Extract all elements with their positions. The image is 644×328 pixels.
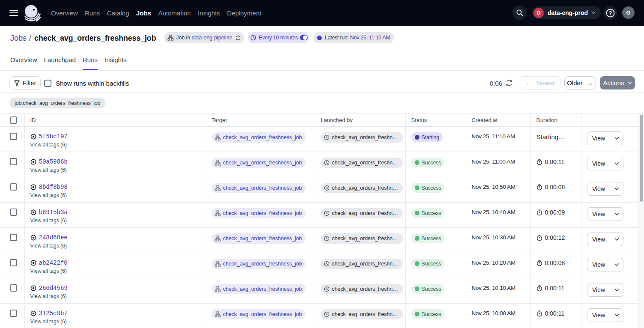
svg-text:?: ? <box>608 10 612 16</box>
